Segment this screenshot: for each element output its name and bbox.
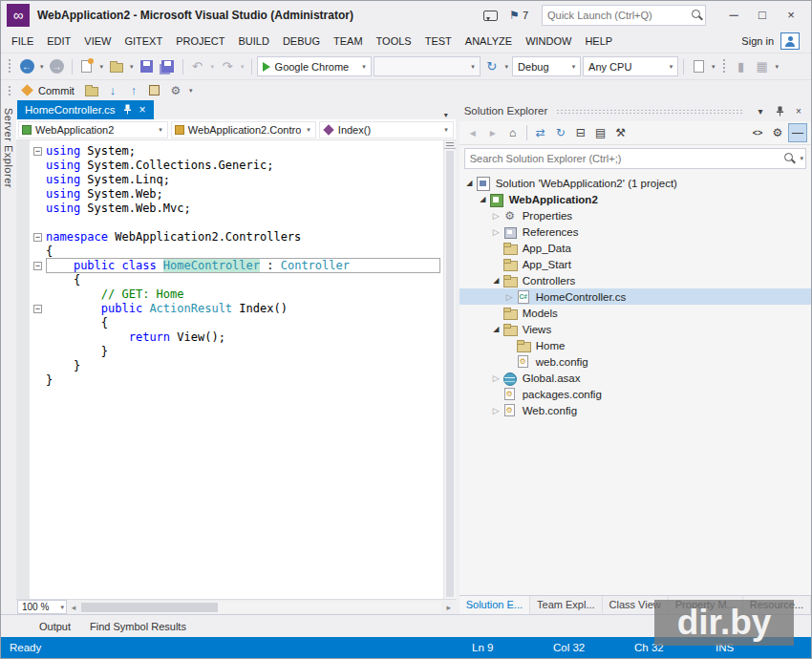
open-file-caret[interactable]: ▾ bbox=[128, 63, 136, 71]
code-line-1[interactable]: −using System; bbox=[30, 144, 443, 159]
collapse-icon[interactable]: ◢ bbox=[490, 276, 502, 285]
git-toolbar-overflow-caret[interactable]: ▾ bbox=[187, 87, 195, 95]
quick-launch-input[interactable] bbox=[543, 10, 688, 21]
browse-repository-button[interactable] bbox=[82, 81, 101, 100]
bottom-tab-find-symbol-results[interactable]: Find Symbol Results bbox=[82, 618, 194, 635]
save-all-button[interactable] bbox=[159, 57, 178, 76]
tab-homecontroller-cs[interactable]: HomeController.cs × bbox=[17, 100, 154, 119]
commit-button[interactable]: Commit bbox=[17, 81, 80, 100]
forward-icon[interactable]: ▸ bbox=[483, 123, 502, 142]
undo-caret[interactable]: ▾ bbox=[209, 63, 217, 71]
run-target-caret[interactable]: ▾ bbox=[358, 63, 371, 71]
tree-item-views[interactable]: ◢Views bbox=[459, 321, 811, 337]
menu-gitext[interactable]: GITEXT bbox=[118, 32, 169, 51]
menu-test[interactable]: TEST bbox=[418, 32, 459, 51]
document-list-caret[interactable]: ▾ bbox=[442, 111, 450, 119]
code-line-3[interactable]: using System.Linq; bbox=[30, 173, 443, 187]
expand-icon[interactable]: ▷ bbox=[490, 211, 502, 221]
sign-in-link[interactable]: Sign in bbox=[741, 35, 774, 47]
preview-selected-items-icon[interactable]: — bbox=[788, 123, 807, 142]
expand-icon[interactable]: ▷ bbox=[503, 292, 516, 302]
toolbar-grip[interactable] bbox=[8, 58, 12, 74]
user-icon[interactable] bbox=[780, 32, 800, 50]
toolbar-options-caret[interactable]: ▾ bbox=[710, 63, 717, 71]
collapse-region-icon[interactable]: − bbox=[33, 305, 42, 313]
code-line-7[interactable]: −namespace WebApplication2.Controllers bbox=[30, 230, 443, 244]
save-button[interactable] bbox=[138, 57, 157, 76]
code-line-2[interactable]: using System.Collections.Generic; bbox=[30, 159, 443, 173]
code-line-12[interactable]: − public ActionResult Index() bbox=[30, 302, 443, 316]
configuration-select[interactable]: Debug ▾ bbox=[512, 56, 581, 76]
pull-button[interactable]: ↓ bbox=[103, 81, 122, 100]
code-line-13[interactable]: { bbox=[30, 316, 443, 330]
search-options-caret[interactable]: ▾ bbox=[798, 155, 805, 162]
tree-item-web-config[interactable]: ⚙web.config bbox=[459, 353, 811, 370]
vertical-scrollbar[interactable] bbox=[443, 140, 456, 599]
menu-view[interactable]: VIEW bbox=[77, 32, 118, 51]
new-file-button[interactable] bbox=[77, 57, 96, 76]
home-icon[interactable]: ⌂ bbox=[503, 123, 523, 142]
code-line-17[interactable]: } bbox=[30, 373, 443, 388]
horizontal-scrollbar[interactable] bbox=[81, 602, 441, 613]
code-line-14[interactable]: return View(); bbox=[30, 330, 443, 345]
code-line-5[interactable]: using System.Web.Mvc; bbox=[30, 202, 443, 216]
navigate-back-caret[interactable]: ▾ bbox=[38, 63, 46, 71]
code-line-8[interactable]: { bbox=[30, 244, 443, 259]
tree-item-web-config[interactable]: ▷⚙Web.config bbox=[459, 402, 811, 418]
scroll-left-arrow[interactable]: ◂ bbox=[67, 603, 80, 612]
navigate-forward-button[interactable]: → bbox=[48, 57, 67, 76]
tree-item-controllers[interactable]: ◢Controllers bbox=[459, 272, 811, 288]
maximize-button[interactable]: □ bbox=[750, 5, 775, 26]
server-explorer-tab[interactable]: Server Explorer bbox=[3, 108, 14, 188]
tree-item-solution-webapplication2-1-project[interactable]: ◢Solution 'WebApplication2' (1 project) bbox=[459, 175, 811, 191]
tree-item-webapplication2[interactable]: ◢WebApplication2 bbox=[459, 191, 811, 207]
platform-select[interactable]: Any CPU ▾ bbox=[583, 56, 678, 76]
expand-icon[interactable]: ▷ bbox=[490, 406, 502, 415]
browser-link-refresh-button[interactable]: ↻ bbox=[482, 57, 502, 76]
menu-build[interactable]: BUILD bbox=[232, 32, 276, 51]
undo-button[interactable]: ↶ bbox=[188, 57, 207, 76]
tree-item-models[interactable]: Models bbox=[459, 305, 811, 321]
bottom-tab-output[interactable]: Output bbox=[32, 618, 78, 635]
split-editor-handle[interactable] bbox=[444, 140, 456, 149]
browser-link-caret[interactable]: ▾ bbox=[503, 63, 511, 71]
menu-team[interactable]: TEAM bbox=[327, 32, 370, 51]
tree-item-global-asax[interactable]: ▷Global.asax bbox=[459, 370, 811, 386]
git-settings-button[interactable]: ⚙ bbox=[166, 81, 185, 100]
toolbar-overflow-caret[interactable]: ▾ bbox=[774, 63, 781, 71]
search-icon[interactable] bbox=[780, 150, 798, 167]
extension-button-1[interactable]: ▮ bbox=[732, 57, 751, 76]
vertical-scrollbar-thumb[interactable] bbox=[446, 151, 454, 597]
new-file-caret[interactable]: ▾ bbox=[98, 63, 106, 71]
collapse-icon[interactable]: ◢ bbox=[477, 195, 489, 203]
solution-explorer-titlebar[interactable]: Solution Explorer ▾ × bbox=[459, 100, 811, 121]
expand-icon[interactable]: ▷ bbox=[490, 227, 502, 237]
zoom-select[interactable]: 100 % ▾ bbox=[17, 600, 67, 614]
toolbar-grip[interactable] bbox=[722, 58, 727, 74]
navigate-back-button[interactable]: ← bbox=[17, 57, 36, 76]
push-button[interactable]: ↑ bbox=[124, 81, 143, 100]
feedback-icon[interactable] bbox=[483, 11, 498, 21]
view-code-icon[interactable]: <> bbox=[748, 123, 767, 142]
start-debug-button[interactable]: Google Chrome ▾ bbox=[257, 56, 372, 76]
pin-icon[interactable] bbox=[123, 104, 132, 117]
scroll-right-arrow[interactable]: ▸ bbox=[442, 603, 456, 612]
sync-with-active-document-icon[interactable]: ⇄ bbox=[531, 123, 550, 142]
collapse-region-icon[interactable]: − bbox=[33, 233, 42, 242]
menu-help[interactable]: HELP bbox=[578, 32, 619, 51]
code-editor[interactable]: −using System;using System.Collections.G… bbox=[16, 140, 456, 599]
collapse-region-icon[interactable]: − bbox=[33, 147, 42, 156]
solution-tree[interactable]: ◢Solution 'WebApplication2' (1 project)◢… bbox=[459, 172, 811, 595]
open-file-button[interactable] bbox=[107, 57, 126, 76]
menu-window[interactable]: WINDOW bbox=[519, 32, 578, 51]
tree-item-references[interactable]: ▷References bbox=[459, 223, 811, 240]
find-in-files-button[interactable] bbox=[689, 57, 708, 76]
close-tab-icon[interactable]: × bbox=[139, 104, 146, 116]
close-icon[interactable]: × bbox=[791, 103, 806, 118]
window-position-caret[interactable]: ▾ bbox=[753, 103, 768, 118]
menu-debug[interactable]: DEBUG bbox=[276, 32, 327, 51]
code-line-15[interactable]: } bbox=[30, 345, 443, 359]
toolbar-grip[interactable] bbox=[8, 85, 12, 96]
member-dropdown[interactable]: Index() ▾ bbox=[319, 121, 454, 138]
code-line-9[interactable]: − public class HomeController : Controll… bbox=[30, 259, 443, 273]
